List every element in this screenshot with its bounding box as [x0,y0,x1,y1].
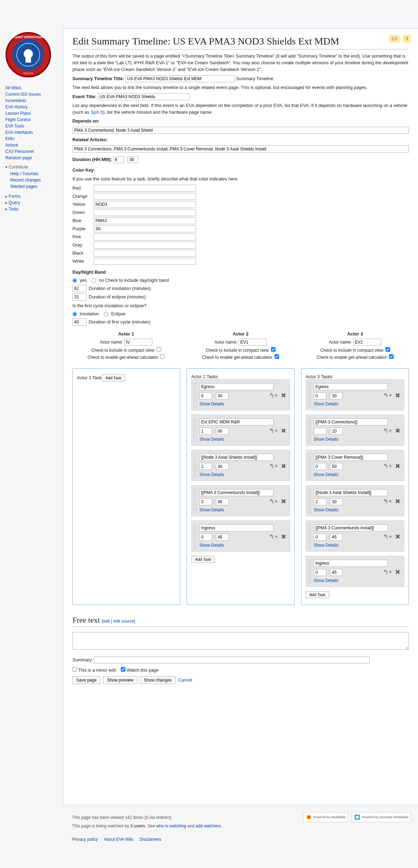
who-watching-link[interactable]: who is watching [156,824,186,828]
poweredby-mediawiki[interactable]: Powered by MediaWiki [303,812,348,822]
drag-handle-icon[interactable] [193,524,197,548]
summary-input[interactable] [94,656,370,664]
show-details-link[interactable]: Show Details [314,543,338,548]
drag-handle-icon[interactable] [307,418,312,442]
sidebar-item[interactable]: Current ISS Issues [5,92,41,97]
watch-page-chk[interactable]: Watch this page [121,668,159,673]
ecl-dur[interactable] [72,293,87,301]
sidebar-item[interactable]: Flight Control [5,117,30,122]
color-input-pink[interactable] [94,233,196,240]
task-m-input[interactable] [216,498,229,505]
show-details-link[interactable]: Show Details [314,437,338,442]
add-watchers-link[interactable]: add watchers [196,824,221,828]
dur-m-input[interactable] [128,156,138,163]
task-m-input[interactable] [216,534,229,541]
footer-link[interactable]: About EVA Wiki [104,837,133,842]
sidebar-item[interactable]: EVA History [5,105,28,109]
task-h-input[interactable] [314,569,326,576]
drag-handle-icon[interactable] [307,488,312,513]
task-title-input[interactable] [314,489,388,496]
getahead-chk[interactable] [160,354,165,359]
insert-above-icon[interactable]: ↰+ [383,568,392,576]
show-details-link[interactable]: Show Details [314,472,338,477]
actor-name-input[interactable] [353,339,381,346]
add-task-button[interactable]: Add Task [191,556,215,563]
insert-above-icon[interactable]: ↰+ [269,462,278,470]
task-h-input[interactable] [199,534,212,541]
task-title-input[interactable] [314,418,388,426]
sidebar-item[interactable]: EVA Interfaces [5,130,33,135]
show-details-link[interactable]: Show Details [314,507,338,512]
color-input-white[interactable] [94,258,196,265]
task-m-input[interactable] [216,428,229,435]
task-title-input[interactable] [314,560,388,567]
freetext-editlink[interactable]: [edit | edit source] [102,619,135,624]
insert-above-icon[interactable]: ↰+ [269,427,278,435]
show-details-link[interactable]: Show Details [199,402,224,406]
sidebar-item[interactable]: All Wikis [5,85,21,90]
dur-h-input[interactable] [113,156,124,163]
preview-button[interactable]: Show preview [103,676,137,684]
color-input-blue[interactable] [94,217,196,224]
task-title-input[interactable] [314,524,388,531]
task-h-input[interactable] [314,428,326,435]
drag-handle-icon[interactable] [193,418,197,442]
compact-chk[interactable] [271,347,276,352]
dn-yes[interactable]: yes [72,278,87,283]
show-details-link[interactable]: Show Details [199,472,224,477]
drag-handle-icon[interactable] [193,453,197,478]
task-title-input[interactable] [314,383,388,390]
task-m-input[interactable] [330,534,343,541]
first-dur[interactable] [72,319,87,326]
task-title-input[interactable] [199,489,273,496]
getahead-chk[interactable] [275,354,279,359]
footer-link[interactable]: Disclaimers [140,837,161,842]
sidebar-portal[interactable]: ▸ Tools [5,206,58,212]
color-input-orange[interactable] [94,193,196,200]
task-h-input[interactable] [199,392,212,399]
cancel-link[interactable]: Cancel [178,678,192,683]
sidebar-item[interactable]: Lesson Plans [5,111,31,116]
cyc-ins[interactable]: Insolation [72,311,99,316]
insert-above-icon[interactable]: ↰+ [269,392,278,399]
show-details-link[interactable]: Show Details [199,543,224,548]
task-m-input[interactable] [330,463,343,470]
sidebar-item[interactable]: EMU [5,136,15,141]
footer-link[interactable]: Privacy policy [72,837,98,842]
delete-task-icon[interactable]: ✖ [281,392,286,399]
task-h-input[interactable] [199,463,212,470]
cyc-ecl[interactable]: Eclipse [104,311,125,316]
sidebar-item[interactable]: Random page [5,155,32,160]
task-title-input[interactable] [199,524,273,531]
task-h-input[interactable] [314,392,326,399]
delete-task-icon[interactable]: ✖ [395,498,400,505]
freetext-area[interactable] [72,632,409,650]
show-details-link[interactable]: Show Details [199,507,224,512]
sidebar-portal[interactable]: ▸ Query [5,200,58,206]
sidebar-item[interactable]: EVA Tools [5,124,24,129]
insert-above-icon[interactable]: ↰+ [383,462,392,470]
stt-input[interactable] [125,75,235,82]
task-m-input[interactable] [330,498,343,505]
task-title-input[interactable] [199,383,273,390]
sidebar-item[interactable]: Wanted pages [10,184,37,189]
sidebar-item[interactable]: Help / Tutorials [10,171,39,176]
color-input-gray[interactable] [94,242,196,249]
rel-input[interactable] [72,145,409,153]
task-m-input[interactable] [330,428,343,435]
dn-no[interactable]: no Check to include day/night band [92,278,169,283]
minor-edit-chk[interactable]: This is a minor edit [72,668,116,673]
add-task-button[interactable]: Add Task [102,374,125,381]
delete-task-icon[interactable]: ✖ [281,462,286,470]
task-h-input[interactable] [314,463,326,470]
delete-task-icon[interactable]: ✖ [281,498,286,505]
task-m-input[interactable] [216,392,229,399]
insol-dur[interactable] [72,285,87,292]
task-h-input[interactable] [314,498,326,505]
task-m-input[interactable] [216,463,229,470]
delete-task-icon[interactable]: ✖ [395,533,400,541]
task-title-input[interactable] [199,454,273,461]
drag-handle-icon[interactable] [307,524,312,548]
delete-task-icon[interactable]: ✖ [395,392,400,399]
delete-task-icon[interactable]: ✖ [395,462,400,470]
